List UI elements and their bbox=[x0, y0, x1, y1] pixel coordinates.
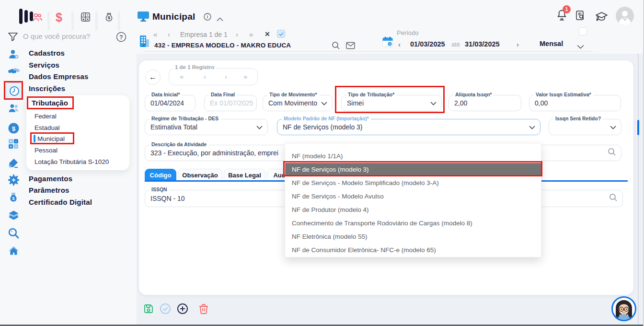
scrollbar-thumb[interactable] bbox=[637, 120, 639, 135]
user-settings-icon[interactable] bbox=[8, 48, 20, 61]
company-next-button[interactable]: › bbox=[236, 30, 239, 38]
search-icon[interactable] bbox=[609, 193, 618, 204]
sidebar-item-inscricoes[interactable]: Inscrições bbox=[29, 84, 65, 93]
dropdown-option[interactable]: NF de Produtor (modelo 4) bbox=[285, 203, 541, 217]
graduation-cap-icon[interactable] bbox=[595, 12, 608, 24]
handshake-icon[interactable] bbox=[8, 65, 20, 78]
record-prev-button[interactable]: ‹ bbox=[204, 72, 207, 81]
company-name: 432 - EMPRESA MODELO - MAKRO EDUCA bbox=[154, 42, 291, 49]
collapse-chevron-up-icon[interactable] bbox=[217, 15, 223, 23]
tab-codigo[interactable]: Código bbox=[145, 169, 176, 181]
document-search-icon[interactable] bbox=[575, 10, 586, 23]
delete-button[interactable] bbox=[198, 303, 210, 314]
clock-icon bbox=[9, 86, 20, 96]
sidebar-item-parametros[interactable]: Parâmetros bbox=[29, 186, 69, 194]
period-start-date[interactable]: 01/03/2025 bbox=[410, 40, 445, 48]
calculator-icon-sidebar[interactable]: +-×= bbox=[8, 138, 20, 151]
confirm-button[interactable] bbox=[160, 303, 171, 314]
period-chevron-down-icon[interactable] bbox=[577, 42, 584, 51]
dropdown-option[interactable]: Conhecimento de Transporte Rodoviário de… bbox=[285, 217, 541, 230]
sidebar-item-pagamentos[interactable]: Pagamentos bbox=[29, 175, 72, 183]
divider bbox=[47, 12, 50, 31]
chevron-down-icon bbox=[430, 99, 437, 107]
period-mode-select[interactable]: Mensal bbox=[540, 40, 563, 47]
dropdown-option-selected[interactable]: NF de Serviços (modelo 3) bbox=[285, 163, 541, 176]
sidebar-item-tributacao[interactable]: Tributação bbox=[32, 99, 68, 107]
submenu-item-lotacao[interactable]: Lotação Tributária S-1020 bbox=[34, 158, 109, 165]
period-separator: até bbox=[451, 41, 460, 48]
sidebar-item-dados-empresas[interactable]: Dados Empresas bbox=[29, 72, 89, 81]
sidebar-active-module-clock[interactable] bbox=[6, 82, 23, 99]
descricao-atividade-label: Descrição da Atividade bbox=[150, 141, 208, 147]
calculator-icon[interactable] bbox=[80, 12, 91, 24]
record-first-button[interactable]: « bbox=[180, 72, 184, 81]
period-prev-button[interactable]: ‹ bbox=[398, 40, 401, 48]
submenu-item-pessoal[interactable]: Pessoal bbox=[34, 147, 58, 154]
period-end-date[interactable]: 31/03/2025 bbox=[465, 40, 500, 48]
company-prev-button[interactable]: ‹ bbox=[168, 30, 171, 38]
search-icon-sidebar[interactable] bbox=[8, 227, 20, 240]
money-bag-icon-sidebar[interactable]: $ bbox=[8, 191, 20, 204]
submenu-item-federal[interactable]: Federal bbox=[34, 113, 57, 120]
data-inicial-field[interactable]: Data Inicial* 01/04/2024 bbox=[145, 95, 196, 111]
company-close-button[interactable]: ✕ bbox=[264, 30, 270, 38]
money-icon[interactable]: $ bbox=[56, 11, 62, 24]
chevron-down-icon bbox=[529, 123, 535, 131]
issqn-codigo-label: ISSQN bbox=[150, 186, 169, 192]
company-checkbox[interactable] bbox=[277, 30, 285, 38]
aliquota-issqn-value: 2,00 bbox=[454, 99, 467, 107]
user-avatar[interactable] bbox=[616, 7, 634, 27]
data-final-field[interactable]: Data Final Ex 01/07/2025 bbox=[204, 95, 257, 111]
gear-icon[interactable] bbox=[8, 174, 20, 186]
company-last-button[interactable]: » bbox=[249, 30, 253, 38]
modelo-nf-select[interactable]: Modelo Padrão de NF (Importação)* NF de … bbox=[277, 119, 540, 135]
period-next-button[interactable]: › bbox=[517, 40, 519, 48]
submenu-item-municipal[interactable]: Municipal bbox=[37, 135, 65, 142]
submenu-item-estadual[interactable]: Estadual bbox=[34, 124, 60, 131]
dropdown-option[interactable]: NF de Serviços - Modelo Simplificado (mo… bbox=[285, 176, 541, 190]
search-input[interactable] bbox=[22, 32, 110, 41]
tab-observacao[interactable]: Observação bbox=[178, 169, 222, 181]
tipo-movimento-select[interactable]: Tipo de Movimento* Com Movimento bbox=[263, 95, 333, 111]
period-checkbox[interactable] bbox=[579, 27, 587, 35]
record-last-button[interactable]: » bbox=[243, 72, 248, 81]
assistant-avatar[interactable] bbox=[611, 296, 636, 321]
valor-issqn-field[interactable]: Valor Issqn Estimativa* 0,00 bbox=[529, 95, 621, 111]
tipo-movimento-value: Com Movimento bbox=[268, 99, 317, 107]
signature-pen-icon[interactable] bbox=[8, 157, 20, 170]
search-icon[interactable] bbox=[608, 148, 616, 158]
dollar-circle-icon[interactable]: $ bbox=[8, 122, 20, 135]
dropdown-option[interactable]: NF Eletrônica (modelo 55) bbox=[285, 230, 541, 244]
dropdown-option[interactable]: NF (modelo 1/1A) bbox=[285, 150, 541, 163]
tab-observacao-label: Observação bbox=[182, 172, 218, 179]
tab-base-legal[interactable]: Base Legal bbox=[224, 169, 265, 181]
employees-icon[interactable] bbox=[32, 12, 43, 25]
save-button[interactable] bbox=[143, 303, 154, 314]
info-icon[interactable]: i bbox=[204, 13, 211, 23]
regime-des-select[interactable]: Regime de Tributação - DES Estimativa To… bbox=[145, 119, 268, 135]
issqn-retido-select[interactable]: Issqn Será Retido? bbox=[549, 119, 621, 135]
envelope-icon[interactable] bbox=[346, 42, 355, 51]
sidebar-item-certificado-digital[interactable]: Certificado Digital bbox=[29, 198, 92, 206]
money-bag-icon[interactable] bbox=[104, 12, 115, 25]
record-next-button[interactable]: › bbox=[225, 72, 228, 81]
help-icon[interactable]: ? bbox=[116, 32, 126, 44]
people-icon[interactable] bbox=[8, 102, 20, 115]
tipo-tributacao-select[interactable]: Tipo de Tributação* Simei bbox=[341, 95, 442, 111]
sidebar-item-servicos[interactable]: Serviços bbox=[29, 61, 59, 69]
dropdown-option[interactable]: NF de Consumidor Eletrônica- NFC-e (mode… bbox=[285, 244, 541, 257]
sidebar-item-cadastros[interactable]: Cadastros bbox=[29, 49, 65, 57]
filter-funnel-icon[interactable] bbox=[8, 32, 18, 44]
scrollbar-track[interactable] bbox=[638, 54, 639, 325]
add-button[interactable] bbox=[177, 303, 188, 314]
company-first-button[interactable]: « bbox=[153, 30, 158, 38]
dropdown-option[interactable]: NF de Serviços - Modelo Avulso bbox=[285, 190, 541, 203]
company-search-icon[interactable] bbox=[332, 41, 340, 52]
back-button[interactable]: ← bbox=[145, 70, 161, 85]
notification-badge: 1 bbox=[563, 5, 571, 13]
data-inicial-value: 01/04/2024 bbox=[150, 99, 184, 107]
aliquota-issqn-field[interactable]: Alíquota Issqn* 2,00 bbox=[448, 95, 521, 111]
home-icon[interactable] bbox=[8, 245, 20, 257]
layers-icon[interactable] bbox=[8, 210, 20, 222]
subheader-divider bbox=[144, 51, 593, 52]
